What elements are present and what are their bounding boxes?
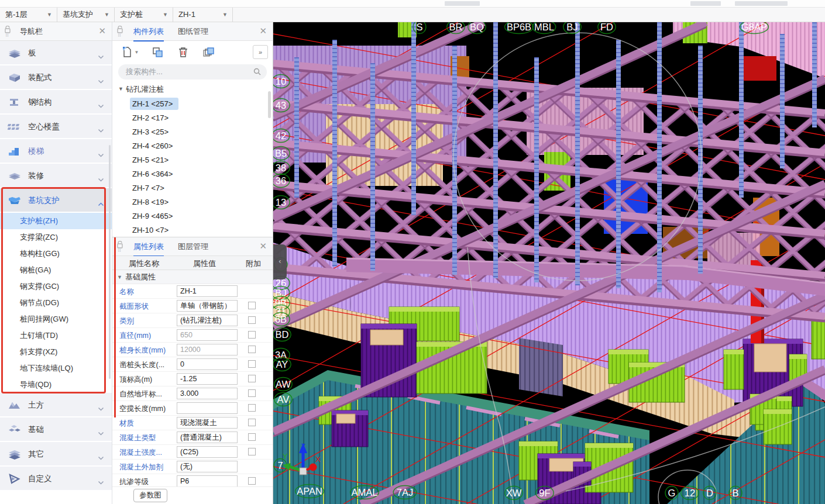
axis-label: AY bbox=[276, 359, 288, 370]
property-row: 空搅长度(mm) bbox=[112, 401, 273, 416]
property-name: 混凝土类型 bbox=[119, 433, 156, 443]
search-input[interactable]: 搜索构件... bbox=[118, 64, 267, 80]
attach-checkbox[interactable] bbox=[248, 331, 256, 339]
sidebar-item-other[interactable]: 其它 bbox=[0, 442, 112, 467]
component-item[interactable]: ZH-3 <25> bbox=[112, 125, 273, 139]
drag-handle-icon[interactable]: ⠿ bbox=[118, 247, 121, 253]
sidebar-subitem[interactable]: 格构柱(GG) bbox=[0, 246, 112, 262]
attach-checkbox[interactable] bbox=[248, 346, 256, 353]
property-value-input[interactable]: (无) bbox=[177, 461, 238, 472]
axis-label: S bbox=[416, 22, 422, 32]
attach-checkbox[interactable] bbox=[248, 448, 256, 455]
element-select[interactable]: ZH-1▼ bbox=[173, 8, 233, 22]
component-item[interactable]: ZH-7 <7> bbox=[112, 181, 273, 195]
other-icon bbox=[8, 448, 22, 460]
model-3d-view[interactable]: SBRBQBP6BMBLBJFDG8AP104342B5383613726BJ9… bbox=[273, 22, 825, 504]
attach-checkbox[interactable] bbox=[248, 419, 256, 426]
sidebar-item-steel[interactable]: 钢结构 bbox=[0, 90, 112, 115]
tab-drawing-management[interactable]: 图纸管理 bbox=[178, 26, 208, 37]
property-value-input[interactable]: (C25) bbox=[177, 446, 238, 458]
sidebar-item-foundation[interactable]: 基础 bbox=[0, 417, 112, 442]
model-viewport[interactable]: SBRBQBP6BMBLBJFDG8AP104342B5383613726BJ9… bbox=[273, 22, 825, 504]
close-icon[interactable]: ✕ bbox=[98, 26, 106, 36]
sidebar-item-earth[interactable]: 土方 bbox=[0, 393, 112, 417]
property-value-input[interactable]: -1.25 bbox=[177, 373, 238, 385]
sidebar-subitem[interactable]: 导墙(QD) bbox=[0, 377, 112, 393]
component-item[interactable]: ZH-2 <17> bbox=[112, 111, 273, 125]
tab-layer-management[interactable]: 图层管理 bbox=[178, 241, 208, 252]
sidebar-scrollbar[interactable] bbox=[109, 145, 111, 379]
sidebar-item-precast[interactable]: 装配式 bbox=[0, 65, 112, 90]
attach-checkbox[interactable] bbox=[248, 302, 256, 309]
attach-checkbox[interactable] bbox=[248, 433, 256, 441]
delete-component-button[interactable] bbox=[173, 43, 193, 61]
sidebar-item-slab[interactable]: 板 bbox=[0, 41, 112, 65]
component-item[interactable]: ZH-1 <257> bbox=[112, 97, 273, 111]
property-value-input[interactable] bbox=[177, 402, 238, 414]
sidebar-subitem[interactable]: 地下连续墙(LQ) bbox=[0, 360, 112, 377]
collapse-triangle-icon: ▼ bbox=[117, 270, 122, 284]
sidebar-subitem[interactable]: 土钉墙(TD) bbox=[0, 327, 112, 344]
sidebar-subitem[interactable]: 桩间挂网(GW) bbox=[0, 311, 112, 327]
panel-collapse-tab[interactable]: ‹ bbox=[273, 244, 287, 279]
chevron-down-icon bbox=[98, 149, 104, 160]
axis-label: 36 bbox=[276, 175, 286, 186]
close-icon[interactable]: ✕ bbox=[259, 241, 267, 251]
sidebar-subitem[interactable]: 钢节点(DG) bbox=[0, 295, 112, 311]
category-select[interactable]: 基坑支护▼ bbox=[57, 8, 115, 22]
collapse-triangle-icon: ▼ bbox=[118, 86, 123, 92]
property-name: 凿桩头长度(... bbox=[119, 360, 164, 370]
parameter-diagram-button[interactable]: 参数图 bbox=[133, 489, 167, 502]
component-item[interactable]: ZH-8 <19> bbox=[112, 195, 273, 209]
copy-component-button[interactable] bbox=[147, 43, 167, 61]
sidebar-item-finish[interactable]: 装修 bbox=[0, 164, 112, 188]
type-select[interactable]: 支护桩▼ bbox=[115, 8, 173, 22]
property-value-input[interactable]: 0 bbox=[177, 358, 238, 370]
property-value-input[interactable]: 650 bbox=[177, 329, 238, 341]
property-value-input[interactable]: 12000 bbox=[177, 344, 238, 355]
sidebar-item-stairs[interactable]: 楼梯 bbox=[0, 139, 112, 164]
tab-component-list[interactable]: 构件列表 bbox=[133, 26, 164, 37]
new-component-button[interactable]: ▼ bbox=[117, 43, 143, 61]
component-scrollbar[interactable] bbox=[268, 91, 271, 118]
attach-checkbox[interactable] bbox=[248, 375, 256, 382]
property-value-input[interactable]: (普通混凝土) bbox=[177, 431, 238, 443]
floor-select[interactable]: 第-1层▼ bbox=[0, 8, 57, 22]
property-value-input[interactable]: 3.000 bbox=[177, 388, 238, 399]
property-group-row[interactable]: ▼基础属性 bbox=[112, 270, 273, 284]
attach-checkbox[interactable] bbox=[248, 360, 256, 368]
sidebar-item-hollow[interactable]: 空心楼盖 bbox=[0, 115, 112, 139]
attach-checkbox[interactable] bbox=[248, 404, 256, 412]
attach-checkbox[interactable] bbox=[248, 389, 256, 397]
precast-icon bbox=[8, 72, 22, 84]
sidebar-subitem[interactable]: 钢桩(GA) bbox=[0, 262, 112, 278]
sidebar-subitem[interactable]: 支护桩(ZH) bbox=[0, 213, 112, 229]
drag-handle-icon[interactable]: ⠿ bbox=[118, 32, 121, 38]
y-axis-label: Y bbox=[283, 452, 288, 461]
batch-copy-button[interactable] bbox=[199, 43, 219, 61]
custom-icon bbox=[8, 473, 22, 485]
property-value-input[interactable]: ZH-1 bbox=[177, 285, 238, 297]
sidebar-subitem[interactable]: 斜支撑(XZ) bbox=[0, 344, 112, 360]
drag-handle-icon[interactable]: ⠿ bbox=[5, 32, 9, 38]
sidebar-item-pit[interactable]: 基坑支护 bbox=[0, 188, 112, 213]
component-item[interactable]: ZH-5 <21> bbox=[112, 153, 273, 167]
component-item[interactable]: ZH-6 <364> bbox=[112, 167, 273, 181]
component-item[interactable]: ZH-4 <260> bbox=[112, 139, 273, 153]
attach-checkbox[interactable] bbox=[248, 477, 256, 485]
property-value-input[interactable]: 单轴（带钢筋） bbox=[177, 300, 238, 312]
close-icon[interactable]: ✕ bbox=[259, 26, 267, 36]
attach-checkbox[interactable] bbox=[248, 316, 256, 324]
property-value-input[interactable]: 现浇混凝土 bbox=[177, 417, 238, 429]
component-item[interactable]: ZH-9 <465> bbox=[112, 209, 273, 223]
component-item[interactable]: ZH-10 <7> bbox=[112, 223, 273, 237]
property-value-input[interactable]: (钻孔灌注桩) bbox=[177, 315, 238, 326]
property-value-input[interactable]: P6 bbox=[177, 475, 238, 487]
tree-group[interactable]: ▼钻孔灌注桩 bbox=[112, 84, 273, 97]
expand-panel-button[interactable]: » bbox=[253, 45, 268, 59]
sidebar-item-label: 装配式 bbox=[28, 73, 52, 83]
sidebar-subitem[interactable]: 钢支撑(GC) bbox=[0, 278, 112, 295]
tab-property-list[interactable]: 属性列表 bbox=[133, 241, 164, 252]
sidebar-subitem[interactable]: 支撑梁(ZC) bbox=[0, 229, 112, 246]
sidebar-item-custom[interactable]: 自定义 bbox=[0, 467, 112, 491]
